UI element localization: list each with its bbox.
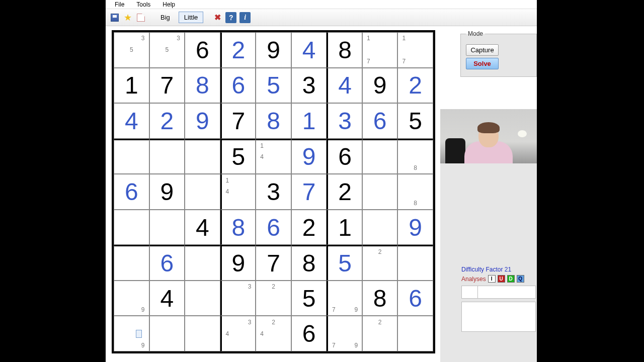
cell-r3c3[interactable]: 9 <box>185 103 220 139</box>
cell-r8c9[interactable]: 6 <box>397 281 433 316</box>
cell-r7c8[interactable]: 2 <box>362 245 398 281</box>
cell-r4c3[interactable] <box>185 139 220 174</box>
new-page-icon[interactable] <box>136 13 146 23</box>
delete-icon[interactable]: ✖ <box>212 13 222 23</box>
cell-r5c4[interactable]: 14 <box>220 174 256 210</box>
cell-r5c9[interactable]: 8 <box>397 174 433 210</box>
cell-r8c2[interactable]: 4 <box>149 281 185 316</box>
cell-r3c6[interactable]: 1 <box>291 103 327 139</box>
cell-r6c3[interactable]: 4 <box>185 210 220 245</box>
cell-r2c2[interactable]: 7 <box>149 68 185 104</box>
save-icon[interactable] <box>110 13 120 23</box>
star-icon[interactable]: ★ <box>123 13 133 23</box>
cell-r7c2[interactable]: 6 <box>149 245 185 281</box>
cell-r6c9[interactable]: 9 <box>397 210 433 245</box>
cell-r4c8[interactable] <box>362 139 398 174</box>
cell-r1c6[interactable]: 4 <box>291 32 327 68</box>
cell-r6c6[interactable]: 2 <box>291 210 327 245</box>
cell-r4c7[interactable]: 6 <box>327 139 362 174</box>
cell-r8c6[interactable]: 5 <box>291 281 327 316</box>
cell-r5c5[interactable]: 3 <box>256 174 291 210</box>
cell-r7c3[interactable] <box>185 245 220 281</box>
cell-r4c1[interactable] <box>114 139 149 174</box>
cell-r3c4[interactable]: 7 <box>220 103 256 139</box>
cell-r3c8[interactable]: 6 <box>362 103 398 139</box>
help-button[interactable]: ? <box>225 12 236 23</box>
little-button[interactable]: Little <box>179 12 203 23</box>
cell-r7c9[interactable] <box>397 245 433 281</box>
cell-r5c6[interactable]: 7 <box>291 174 327 210</box>
cell-r1c5[interactable]: 9 <box>256 32 291 68</box>
cell-r7c7[interactable]: 5 <box>327 245 362 281</box>
analysis-Q-button[interactable]: Q <box>517 275 524 283</box>
capture-button[interactable]: Capture <box>466 44 499 56</box>
cell-r6c4[interactable]: 8 <box>220 210 256 245</box>
cell-r9c1[interactable]: 9 <box>114 316 149 351</box>
cell-r6c2[interactable] <box>149 210 185 245</box>
cell-r7c6[interactable]: 8 <box>291 245 327 281</box>
cell-r8c1[interactable]: 9 <box>114 281 149 316</box>
cell-r1c4[interactable]: 2 <box>220 32 256 68</box>
info-button[interactable]: i <box>239 12 251 23</box>
cell-r2c9[interactable]: 2 <box>397 68 433 104</box>
cell-r9c8[interactable]: 2 <box>362 316 398 351</box>
cell-r8c5[interactable]: 2 <box>256 281 291 316</box>
cell-r2c1[interactable]: 1 <box>114 68 149 104</box>
cell-r2c4[interactable]: 6 <box>220 68 256 104</box>
cell-r3c7[interactable]: 3 <box>327 103 362 139</box>
cell-r6c1[interactable] <box>114 210 149 245</box>
cell-r1c3[interactable]: 6 <box>185 32 220 68</box>
cell-r1c2[interactable]: 35 <box>149 32 185 68</box>
cell-r7c4[interactable]: 9 <box>220 245 256 281</box>
menu-tools[interactable]: Tools <box>136 1 150 8</box>
cell-r5c3[interactable] <box>185 174 220 210</box>
cell-r2c7[interactable]: 4 <box>327 68 362 104</box>
cell-r2c3[interactable]: 8 <box>185 68 220 104</box>
sudoku-grid[interactable]: 3535629481717178653492429781365514968691… <box>112 30 435 353</box>
cell-r8c8[interactable]: 8 <box>362 281 398 316</box>
solve-button[interactable]: Solve <box>466 58 499 69</box>
cell-r1c1[interactable]: 35 <box>114 32 149 68</box>
big-button[interactable]: Big <box>155 12 176 23</box>
cell-r3c2[interactable]: 2 <box>149 103 185 139</box>
cell-r5c1[interactable]: 6 <box>114 174 149 210</box>
cell-r8c4[interactable]: 3 <box>220 281 256 316</box>
cell-r2c6[interactable]: 3 <box>291 68 327 104</box>
cell-r9c4[interactable]: 34 <box>220 316 256 351</box>
cell-r4c9[interactable]: 8 <box>397 139 433 174</box>
cell-r6c7[interactable]: 1 <box>327 210 362 245</box>
menu-file[interactable]: File <box>115 1 124 8</box>
cell-r6c8[interactable] <box>362 210 398 245</box>
cell-r1c9[interactable]: 17 <box>397 32 433 68</box>
analysis-U-button[interactable]: U <box>498 275 505 283</box>
cell-r7c1[interactable] <box>114 245 149 281</box>
cell-r3c1[interactable]: 4 <box>114 103 149 139</box>
pencil-marks: 79 <box>328 316 362 351</box>
cell-r5c2[interactable]: 9 <box>149 174 185 210</box>
cell-r3c5[interactable]: 8 <box>256 103 291 139</box>
cell-r9c5[interactable]: 24 <box>256 316 291 351</box>
cell-r9c7[interactable]: 79 <box>327 316 362 351</box>
cell-r1c7[interactable]: 8 <box>327 32 362 68</box>
cell-r2c5[interactable]: 5 <box>256 68 291 104</box>
cell-r5c7[interactable]: 2 <box>327 174 362 210</box>
cell-r4c2[interactable] <box>149 139 185 174</box>
cell-r7c5[interactable]: 7 <box>256 245 291 281</box>
analysis-D-button[interactable]: D <box>507 275 515 283</box>
cell-r4c5[interactable]: 14 <box>256 139 291 174</box>
cell-r3c9[interactable]: 5 <box>397 103 433 139</box>
cell-r2c8[interactable]: 9 <box>362 68 398 104</box>
analysis-I-button[interactable]: I <box>488 275 496 283</box>
cell-r8c3[interactable] <box>185 281 220 316</box>
cell-r9c3[interactable] <box>185 316 220 351</box>
cell-r8c7[interactable]: 79 <box>327 281 362 316</box>
cell-r4c6[interactable]: 9 <box>291 139 327 174</box>
cell-r5c8[interactable] <box>362 174 398 210</box>
menu-help[interactable]: Help <box>163 1 175 8</box>
cell-r4c4[interactable]: 5 <box>220 139 256 174</box>
cell-r1c8[interactable]: 17 <box>362 32 398 68</box>
cell-r9c9[interactable] <box>397 316 433 351</box>
cell-r9c6[interactable]: 6 <box>291 316 327 351</box>
cell-r6c5[interactable]: 6 <box>256 210 291 245</box>
cell-r9c2[interactable] <box>149 316 185 351</box>
